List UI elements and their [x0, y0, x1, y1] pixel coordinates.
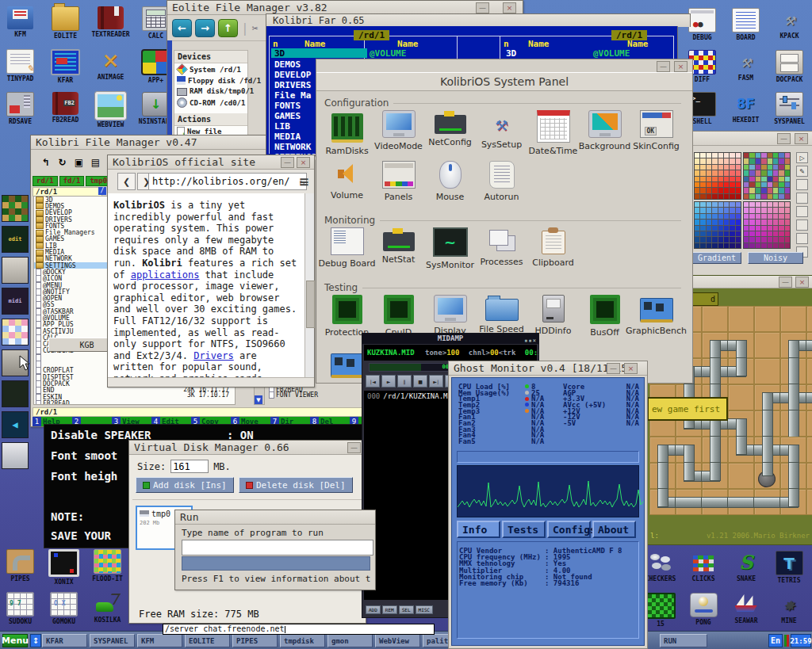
color-swatch[interactable]: [749, 158, 754, 163]
task-button[interactable]: KFM: [137, 634, 182, 647]
color-swatch[interactable]: [749, 170, 754, 175]
color-swatch[interactable]: [730, 231, 734, 236]
pipe-cell[interactable]: [806, 489, 812, 515]
color-swatch[interactable]: [768, 231, 772, 236]
far-column-header[interactable]: Name: [528, 39, 550, 49]
size-input[interactable]: [170, 460, 209, 473]
color-swatch[interactable]: [724, 214, 729, 219]
close-icon[interactable]: ×: [297, 157, 310, 168]
color-swatch[interactable]: [712, 202, 717, 207]
color-swatch[interactable]: [736, 182, 741, 187]
color-swatch[interactable]: [749, 237, 754, 242]
color-swatch[interactable]: [700, 182, 705, 187]
color-swatch[interactable]: [736, 237, 741, 242]
gmon-tab[interactable]: Tests: [502, 521, 546, 538]
pipe-cell[interactable]: [780, 489, 806, 515]
panel-app[interactable]: Debug Board: [321, 227, 373, 270]
desktop-icon[interactable]: WEBVIEW: [88, 92, 133, 135]
pipe-cell[interactable]: [806, 463, 812, 489]
palette-grid-noisy[interactable]: [743, 152, 791, 200]
task-button[interactable]: KFAR: [42, 634, 87, 647]
desktop-icon[interactable]: MINE: [768, 593, 810, 635]
color-swatch[interactable]: [773, 182, 778, 187]
color-swatch[interactable]: [718, 243, 723, 248]
panel-app[interactable]: GraphicBench: [630, 295, 682, 338]
add-disk-button[interactable]: Add disk [Ins]: [136, 477, 234, 493]
pipe-cell[interactable]: [649, 489, 676, 515]
panel-app[interactable]: File Speed: [476, 295, 527, 338]
desktop-icon[interactable]: EOLITE: [43, 6, 88, 49]
desktop-icon[interactable]: TINYPAD: [0, 49, 43, 92]
color-swatch[interactable]: [773, 202, 778, 207]
color-swatch[interactable]: [749, 202, 754, 207]
color-swatch[interactable]: [744, 170, 749, 175]
panel-app[interactable]: Processes: [476, 227, 527, 270]
pipe-cell[interactable]: [702, 489, 728, 515]
color-swatch[interactable]: [761, 231, 766, 236]
pipe-cell[interactable]: [806, 358, 812, 384]
desktop-icon[interactable]: FASM: [724, 50, 768, 92]
pipe-cell[interactable]: [702, 306, 728, 332]
color-swatch[interactable]: [756, 231, 760, 236]
color-swatch[interactable]: [773, 231, 778, 236]
panel-app[interactable]: BusOff: [579, 295, 630, 338]
menu-icon[interactable]: ≡: [299, 174, 309, 189]
desktop-icon[interactable]: XONIX: [42, 549, 86, 592]
panel-app[interactable]: SysMonitor: [424, 227, 476, 270]
task-button[interactable]: WebView: [375, 634, 420, 647]
desktop-icon[interactable]: SUDOKU: [0, 592, 42, 635]
device-item[interactable]: Floppy disk /fd/1: [174, 75, 247, 86]
palitra-titlebar[interactable]: — ×: [681, 132, 812, 146]
menu-button[interactable]: Menu: [2, 634, 28, 647]
gradient-button[interactable]: Gradient: [692, 252, 741, 264]
color-swatch[interactable]: [700, 202, 705, 207]
color-swatch[interactable]: [756, 165, 760, 170]
panel-app[interactable]: CpuID: [373, 295, 424, 338]
color-swatch[interactable]: [779, 243, 783, 248]
task-button[interactable]: tmpdisk: [280, 634, 325, 647]
color-swatch[interactable]: [700, 208, 705, 212]
color-swatch[interactable]: [712, 170, 717, 175]
color-swatch[interactable]: [773, 243, 778, 248]
color-swatch[interactable]: [756, 214, 760, 219]
color-swatch[interactable]: [768, 177, 772, 181]
color-swatch[interactable]: [712, 231, 717, 236]
color-swatch[interactable]: [718, 226, 723, 231]
color-swatch[interactable]: [761, 202, 766, 207]
color-swatch[interactable]: [744, 182, 749, 187]
color-swatch[interactable]: [712, 153, 717, 158]
minimize-button[interactable]: —: [476, 2, 489, 13]
far-item[interactable]: @VOLUME: [593, 48, 630, 59]
color-swatch[interactable]: [736, 220, 741, 224]
color-swatch[interactable]: [700, 153, 705, 158]
desktop-icon[interactable]: FB2READ: [43, 92, 88, 135]
color-swatch[interactable]: [785, 237, 790, 242]
color-swatch[interactable]: [707, 182, 711, 187]
color-swatch[interactable]: [712, 182, 717, 187]
color-swatch[interactable]: [779, 177, 783, 181]
color-swatch[interactable]: [695, 202, 699, 207]
pipe-cell[interactable]: [754, 463, 780, 489]
color-swatch[interactable]: [730, 220, 734, 224]
color-swatch[interactable]: [736, 177, 741, 181]
desktop-icon[interactable]: BOARD: [724, 8, 768, 50]
palette-grid-warm[interactable]: [694, 152, 741, 200]
pipe-cell[interactable]: [806, 437, 812, 463]
pipe-cell[interactable]: [649, 437, 676, 463]
color-swatch[interactable]: [744, 208, 749, 212]
color-swatch[interactable]: [785, 182, 790, 187]
device-item[interactable]: CD-ROM /cd0/1: [174, 97, 247, 109]
pipe-cell[interactable]: [676, 463, 702, 489]
far-tab-path[interactable]: /rd/1: [611, 30, 647, 40]
kfm-path-button[interactable]: /: [98, 187, 106, 195]
color-swatch[interactable]: [700, 188, 705, 193]
run-titlebar[interactable]: Run: [175, 510, 375, 525]
color-swatch[interactable]: [785, 170, 790, 175]
color-swatch[interactable]: [785, 188, 790, 193]
player-button[interactable]: ∣◄: [366, 375, 380, 387]
pipe-cell[interactable]: [728, 358, 754, 384]
scroll-down-icon[interactable]: ▼: [255, 395, 262, 404]
color-swatch[interactable]: [761, 170, 766, 175]
panel-app[interactable]: Clipboard: [527, 227, 579, 270]
desktop-icon[interactable]: DOCPACK: [768, 50, 811, 92]
